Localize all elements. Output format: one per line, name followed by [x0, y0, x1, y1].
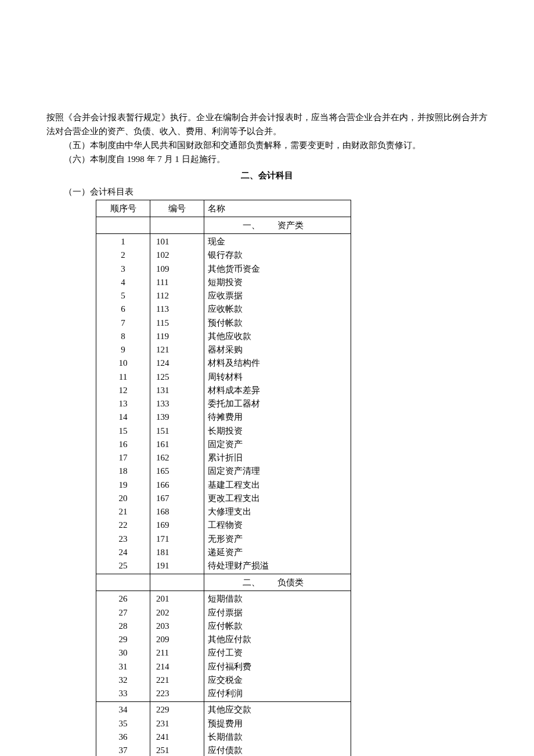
seq-column: 2627282930313233 [96, 591, 150, 702]
account-subjects-table: 顺序号 编号 名称 一、资产类 123456789101112131415161… [96, 200, 351, 756]
empty-cell [96, 574, 150, 591]
seq-column: 1234567891011121314151617181920212223242… [96, 234, 150, 574]
code-column: 1011021091111121131151191211241251311331… [150, 234, 204, 574]
name-column: 短期借款应付票据应付帐款其他应付款应付工资应付福利费应交税金应付利润 [204, 591, 351, 702]
category-prefix: 二、 [208, 578, 277, 587]
empty-cell [150, 574, 204, 591]
header-code: 编号 [150, 200, 204, 217]
header-name: 名称 [204, 200, 351, 217]
category-row: 二、负债类 [96, 574, 351, 591]
paragraph-text: （六）本制度自 1998 年 7 月 1 日起施行。 [46, 152, 488, 166]
name-column: 现金银行存款其他货币资金短期投资应收票据应收帐款预付帐款其他应收款器材采购材料及… [204, 234, 351, 574]
paragraph-text: 按照《合并会计报表暂行规定》执行。企业在编制合并会计报表时，应当将合营企业合并在… [46, 110, 488, 138]
category-prefix: 一、 [208, 221, 277, 230]
table-header-row: 顺序号 编号 名称 [96, 200, 351, 217]
category-name: 负债类 [277, 578, 304, 587]
data-block-row: 2627282930313233 20120220320921121422122… [96, 591, 351, 702]
data-block-row: 34353637383940 229231241251261262270 其他应… [96, 702, 351, 756]
header-seq: 顺序号 [96, 200, 150, 217]
name-column: 其他应交款预提费用长期借款应付债款长期应付款住房周转金递延税款 [204, 702, 351, 756]
code-column: 229231241251261262270 [150, 702, 204, 756]
category-label: 一、资产类 [204, 217, 351, 234]
category-name: 资产类 [277, 221, 304, 230]
empty-cell [96, 217, 150, 234]
data-block-row: 1234567891011121314151617181920212223242… [96, 234, 351, 574]
category-row: 一、资产类 [96, 217, 351, 234]
paragraph-text: （五）本制度由中华人民共和国财政部和交通部负责解释，需要变更时，由财政部负责修订… [46, 138, 488, 152]
empty-cell [150, 217, 204, 234]
document-page: 按照《合并会计报表暂行规定》执行。企业在编制合并会计报表时，应当将合营企业合并在… [0, 0, 534, 756]
category-label: 二、负债类 [204, 574, 351, 591]
section-title: 二、会计科目 [46, 168, 488, 182]
seq-column: 34353637383940 [96, 702, 150, 756]
subsection-title: （一）会计科目表 [46, 185, 488, 199]
code-column: 201202203209211214221223 [150, 591, 204, 702]
